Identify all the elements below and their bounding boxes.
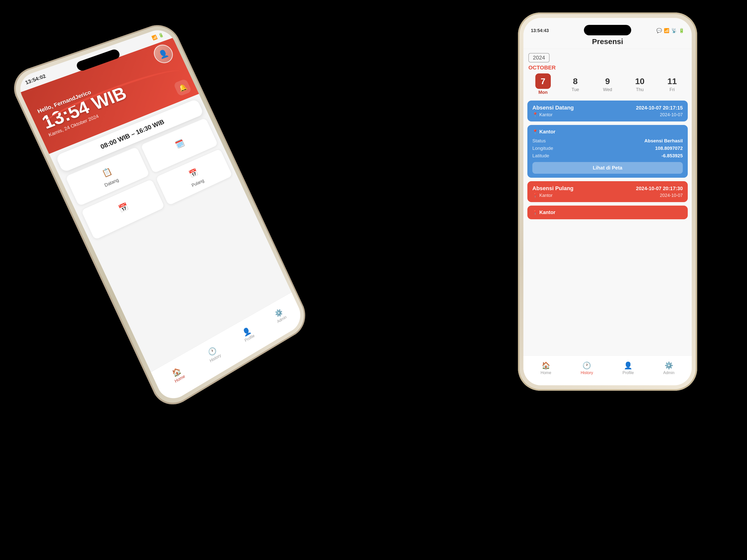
battery-icon: 🔋 (157, 32, 164, 38)
absensi-pulang-detail: 📍 Kantor (527, 206, 688, 219)
nav-profile-right[interactable]: 👤 Profile (622, 362, 634, 375)
calendar-section: 2024 OCTOBER 7 Mon 8 Tue 9 Wed (523, 49, 692, 98)
day-row: 7 Mon 8 Tue 9 Wed 10 Thu (529, 74, 687, 95)
pulang-icon: 📅 (185, 165, 201, 181)
day-10-name: Thu (636, 87, 644, 92)
longitude-row: Longitude 108.8097072 (532, 144, 683, 152)
day-8-name: Tue (571, 87, 579, 92)
nav-history-left[interactable]: 🕐 History (205, 344, 222, 364)
absensi-pulang-header: Absensi Pulang 2024-10-07 20:17:30 📍 Kan… (527, 181, 688, 202)
pulang-detail-location-name: Kantor (539, 210, 555, 215)
history-label-right: History (581, 371, 593, 375)
right-phone-shell: 13:54:43 💬 📶 📡 🔋 Presensi 2024 OCTOBER (518, 12, 697, 391)
wifi-icon-right: 📶 (664, 28, 669, 33)
pin-icon-pulang-detail: 📍 (532, 210, 538, 215)
absensi-datang-time: 2024-10-07 20:17:15 (636, 105, 683, 111)
schedule-icon: 🗓️ (172, 136, 187, 152)
pulang-location-date: 2024-10-07 (660, 193, 683, 198)
datang-location-date: 2024-10-07 (660, 112, 683, 117)
nav-history-right[interactable]: 🕐 History (581, 362, 593, 375)
pin-icon-detail: 📍 (532, 129, 538, 135)
left-phone: 13:54:02 📶 🔋 👤 Hello, FernandJerico 13:5… (6, 20, 312, 414)
absensi-datang-sub: 📍 Kantor 2024-10-07 (532, 112, 683, 117)
history-icon-right: 🕐 (583, 362, 591, 370)
right-phone: 13:54:43 💬 📶 📡 🔋 Presensi 2024 OCTOBER (518, 12, 697, 391)
admin-icon-right: ⚙️ (665, 362, 673, 370)
profile-label-right: Profile (622, 371, 634, 375)
day-8-tuesday[interactable]: 8 Tue (561, 76, 590, 92)
day-9-num: 9 (605, 76, 610, 86)
longitude-value: 108.8097072 (655, 145, 683, 151)
detail-location-row: 📍 Kantor (532, 129, 555, 135)
signal-icon: 📡 (671, 28, 677, 33)
status-icons-left: 📶 🔋 (151, 32, 164, 41)
nav-home-right[interactable]: 🏠 Home (541, 362, 551, 375)
admin-label-right: Admin (663, 371, 674, 375)
latitude-value: -6.853925 (661, 153, 683, 159)
latitude-label: Latitude (532, 153, 549, 159)
pin-icon-datang: 📍 (532, 112, 538, 117)
wifi-icon: 📶 (151, 34, 158, 41)
home-icon-right: 🏠 (542, 362, 550, 370)
absensi-pulang-title: Absensi Pulang (532, 185, 573, 192)
dynamic-island-right (584, 25, 631, 35)
message-icon: 💬 (656, 28, 662, 33)
nav-admin-right[interactable]: ⚙️ Admin (663, 362, 674, 375)
datang-location-label: Kantor (539, 112, 552, 117)
longitude-label: Longitude (532, 145, 553, 151)
day-9-name: Wed (603, 87, 612, 92)
day-7-name: Mon (538, 90, 547, 95)
day-7-num: 7 (535, 74, 551, 89)
presensi-header: Presensi (523, 35, 692, 49)
day-11-name: Fri (670, 87, 675, 92)
day-10-thursday[interactable]: 10 Thu (625, 76, 654, 92)
absensi-pulang-time: 2024-10-07 20:17:30 (636, 186, 683, 191)
day-11-friday[interactable]: 11 Fri (658, 76, 687, 92)
pulang-location: 📍 Kantor (532, 193, 552, 198)
nav-profile-left[interactable]: 👤 Profile (240, 325, 255, 343)
shadow-right (527, 391, 688, 406)
absensi-datang-detail: 📍 Kantor Status Absensi Berhasil Longitu… (527, 125, 688, 178)
datang-icon: 📋 (98, 164, 115, 181)
status-label: Status (532, 138, 546, 143)
status-time-right: 13:54:43 (531, 28, 549, 33)
status-value: Absensi Berhasil (644, 138, 683, 143)
presensi-title: Presensi (529, 37, 687, 46)
datang-location: 📍 Kantor (532, 112, 552, 117)
volume-down-button[interactable] (35, 142, 44, 158)
calendar-icon: 📅 (115, 199, 132, 216)
battery-icon-right: 🔋 (679, 28, 684, 33)
absensi-datang-header: Absensi Datang 2024-10-07 20:17:15 📍 Kan… (527, 101, 688, 122)
pulang-location-label: Kantor (539, 193, 552, 198)
absensi-datang-title: Absensi Datang (532, 105, 574, 111)
nav-home-left[interactable]: 🏠 Home (170, 365, 186, 384)
day-7-monday[interactable]: 7 Mon (529, 74, 558, 95)
absensi-pulang-top: Absensi Pulang 2024-10-07 20:17:30 (532, 185, 683, 192)
status-icons-right: 💬 📶 📡 🔋 (656, 28, 684, 33)
pin-icon-pulang: 📍 (532, 193, 538, 198)
year-badge: 2024 (529, 53, 549, 62)
detail-location-name: Kantor (539, 129, 555, 135)
pulang-detail-location-row: 📍 Kantor (532, 210, 555, 215)
right-phone-screen: 13:54:43 💬 📶 📡 🔋 Presensi 2024 OCTOBER (523, 18, 692, 385)
profile-icon-right: 👤 (624, 362, 633, 370)
day-11-num: 11 (667, 76, 677, 86)
latitude-row: Latitude -6.853925 (532, 152, 683, 160)
nav-admin-left[interactable]: ⚙️ Admin (273, 307, 287, 324)
attendance-content: Absensi Datang 2024-10-07 20:17:15 📍 Kan… (523, 98, 692, 355)
absensi-pulang-sub: 📍 Kantor 2024-10-07 (532, 193, 683, 198)
day-9-wednesday[interactable]: 9 Wed (593, 76, 622, 92)
home-label-right: Home (541, 371, 551, 375)
lihat-di-peta-button[interactable]: Lihat di Peta (532, 162, 683, 174)
status-row: Status Absensi Berhasil (532, 137, 683, 144)
day-10-num: 10 (635, 76, 645, 86)
absensi-datang-top: Absensi Datang 2024-10-07 20:17:15 (532, 105, 683, 111)
month-label: OCTOBER (529, 64, 687, 71)
day-8-num: 8 (573, 76, 578, 86)
bottom-nav-right: 🏠 Home 🕐 History 👤 Profile ⚙️ Admin (523, 355, 692, 385)
left-phone-screen: 13:54:02 📶 🔋 👤 Hello, FernandJerico 13:5… (14, 26, 306, 405)
volume-up-button[interactable] (26, 124, 35, 139)
